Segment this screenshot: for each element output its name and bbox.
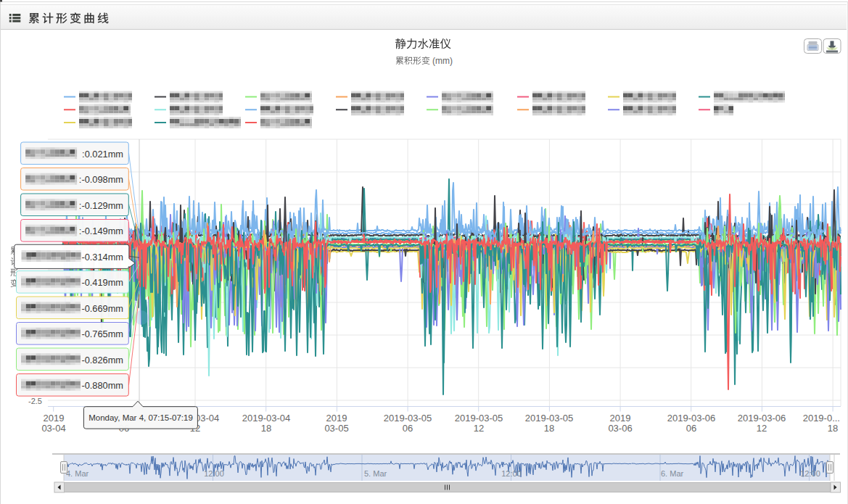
svg-text::0.021mm: :0.021mm	[82, 149, 123, 160]
svg-text:-0.880mm: -0.880mm	[81, 380, 123, 391]
svg-text:-0.314mm: -0.314mm	[81, 252, 123, 263]
svg-text:(mm): (mm)	[432, 56, 453, 66]
svg-text:12: 12	[474, 423, 484, 434]
svg-text:18: 18	[828, 423, 838, 434]
svg-text:-0.669mm: -0.669mm	[81, 303, 123, 314]
svg-text:4. Mar: 4. Mar	[66, 469, 89, 478]
svg-text:-2.5: -2.5	[28, 397, 42, 405]
svg-text:-0.765mm: -0.765mm	[81, 329, 123, 339]
svg-text:03-04: 03-04	[41, 423, 65, 434]
svg-text:6. Mar: 6. Mar	[661, 469, 684, 478]
svg-text:18: 18	[544, 423, 554, 434]
svg-text:12: 12	[757, 423, 767, 434]
svg-text:03-05: 03-05	[324, 423, 348, 434]
svg-text:12:00: 12:00	[800, 469, 820, 478]
svg-text:Monday, Mar 4, 07:15-07:19: Monday, Mar 4, 07:15-07:19	[88, 413, 193, 422]
svg-text:5. Mar: 5. Mar	[364, 469, 387, 478]
svg-text:03-06: 03-06	[608, 423, 632, 434]
svg-text:-0.826mm: -0.826mm	[81, 355, 123, 365]
svg-text:12:00: 12:00	[204, 469, 224, 478]
svg-text:06: 06	[403, 423, 413, 434]
svg-text:12:00: 12:00	[501, 469, 522, 478]
svg-text::-0.129mm: :-0.129mm	[79, 200, 123, 211]
svg-text:06: 06	[686, 423, 696, 434]
svg-text::-0.098mm: :-0.098mm	[79, 174, 123, 185]
svg-text::-0.149mm: :-0.149mm	[79, 226, 123, 236]
svg-text:18: 18	[261, 423, 271, 434]
svg-text:-0.419mm: -0.419mm	[81, 277, 123, 288]
